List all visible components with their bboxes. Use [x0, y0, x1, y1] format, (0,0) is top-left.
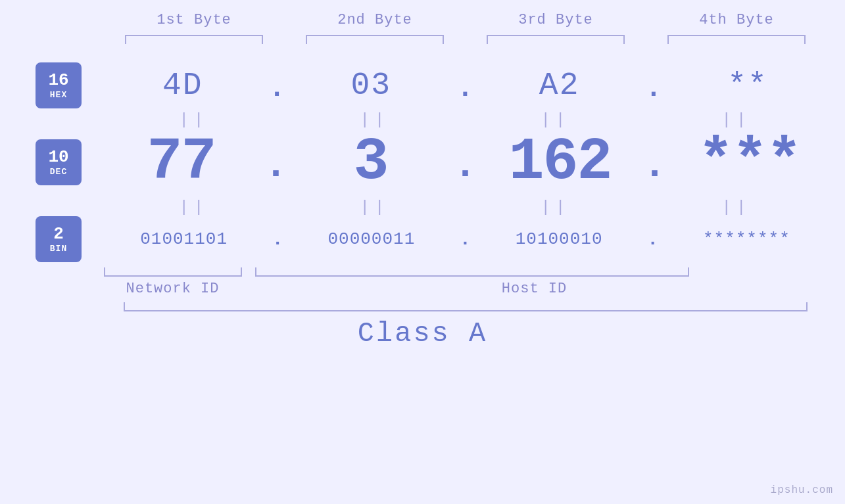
bin-row: 2 BIN 01001101 . 00000011 . 10100010 . *…	[0, 216, 845, 262]
dec-label-col: 10 DEC	[0, 129, 85, 196]
hex-badge-label: HEX	[50, 90, 67, 100]
bracket-2	[306, 35, 444, 44]
bin-badge-label: BIN	[50, 244, 67, 254]
bracket-3	[487, 35, 625, 44]
dec-dot-2: .	[453, 143, 477, 188]
col-header-3: 3rd Byte	[480, 12, 631, 28]
hex-dot-1: .	[268, 73, 285, 104]
bracket-1	[125, 35, 263, 44]
bin-dot-1: .	[272, 229, 283, 250]
hex-badge-num: 16	[48, 71, 68, 90]
column-headers: 1st Byte 2nd Byte 3rd Byte 4th Byte	[104, 12, 827, 28]
col-header-4: 4th Byte	[661, 12, 812, 28]
hex-values-row: 4D . 03 . A2 . **	[85, 62, 845, 108]
host-bracket	[255, 267, 689, 277]
class-bracket	[124, 302, 808, 311]
bin-dot-2: .	[460, 229, 471, 250]
sep-8: ||	[667, 198, 806, 216]
top-brackets	[104, 35, 827, 44]
dec-byte-4: ***	[680, 129, 818, 196]
id-labels: Network ID Host ID	[104, 281, 827, 297]
main-container: 1st Byte 2nd Byte 3rd Byte 4th Byte 16 H…	[0, 0, 845, 504]
dec-badge-num: 10	[48, 148, 68, 167]
hex-byte-2: 03	[302, 68, 440, 103]
hex-byte-4: **	[679, 68, 817, 103]
sep-5: ||	[125, 198, 263, 216]
sep-row-1: || || || ||	[104, 111, 827, 129]
bin-byte-3: 10100010	[490, 229, 628, 249]
bin-byte-2: 00000011	[302, 229, 441, 249]
sep-2: ||	[306, 111, 444, 129]
dec-byte-2: 3	[301, 129, 439, 196]
bracket-4	[667, 35, 806, 44]
sep-3: ||	[487, 111, 625, 129]
hex-dot-3: .	[645, 73, 662, 104]
hex-label-col: 16 HEX	[0, 62, 85, 108]
network-bracket	[104, 267, 242, 277]
bottom-brackets	[104, 267, 827, 277]
col-header-1: 1st Byte	[118, 12, 270, 28]
class-label: Class A	[358, 318, 487, 350]
hex-byte-3: A2	[491, 68, 629, 103]
network-id-label: Network ID	[104, 281, 242, 297]
sep-row-2: || || || ||	[104, 198, 827, 216]
dec-dot-1: .	[264, 143, 287, 188]
bin-label-col: 2 BIN	[0, 216, 85, 262]
dec-row: 10 DEC 77 . 3 . 162 . ***	[0, 129, 845, 196]
hex-dot-2: .	[457, 73, 473, 104]
host-id-label: Host ID	[242, 281, 827, 297]
hex-badge: 16 HEX	[36, 62, 82, 108]
dec-badge-label: DEC	[50, 167, 67, 177]
dec-dot-3: .	[642, 143, 666, 188]
bin-byte-4: ********	[677, 229, 815, 249]
col-header-2: 2nd Byte	[299, 12, 450, 28]
dec-values-row: 77 . 3 . 162 . ***	[85, 129, 845, 196]
sep-4: ||	[667, 111, 806, 129]
watermark: ipshu.com	[771, 484, 833, 496]
sep-1: ||	[125, 111, 263, 129]
bin-values-row: 01001101 . 00000011 . 10100010 . *******…	[85, 216, 845, 262]
dec-byte-1: 77	[112, 129, 250, 196]
dec-byte-3: 162	[491, 129, 629, 196]
hex-byte-1: 4D	[114, 68, 252, 103]
dec-badge: 10 DEC	[36, 139, 82, 185]
bin-byte-1: 01001101	[115, 229, 253, 249]
bin-dot-3: .	[647, 229, 658, 250]
sep-7: ||	[487, 198, 625, 216]
bin-badge-num: 2	[53, 225, 64, 244]
bin-badge: 2 BIN	[36, 216, 82, 262]
sep-6: ||	[306, 198, 444, 216]
class-label-row: Class A	[0, 318, 845, 350]
hex-row: 16 HEX 4D . 03 . A2 . **	[0, 62, 845, 108]
